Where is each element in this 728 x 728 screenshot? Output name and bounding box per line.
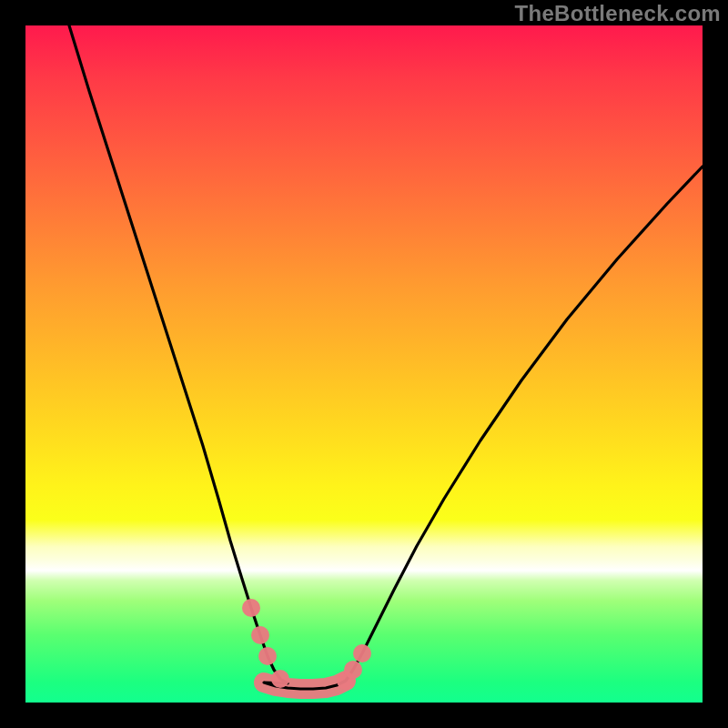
- curve-marker-dot: [258, 647, 277, 665]
- chart-frame: TheBottleneck.com: [0, 0, 728, 728]
- curve-marker-dot: [353, 644, 371, 662]
- bottleneck-curve: [69, 25, 703, 689]
- watermark-text: TheBottleneck.com: [515, 1, 721, 26]
- curve-marker-dot: [251, 626, 269, 644]
- bottleneck-curve-path: [69, 25, 703, 689]
- curve-marker-dot: [242, 599, 260, 617]
- plot-area: [25, 25, 703, 703]
- curve-marker-dot: [344, 661, 362, 679]
- curves-layer: [25, 25, 703, 703]
- curve-marker-dot: [271, 670, 289, 688]
